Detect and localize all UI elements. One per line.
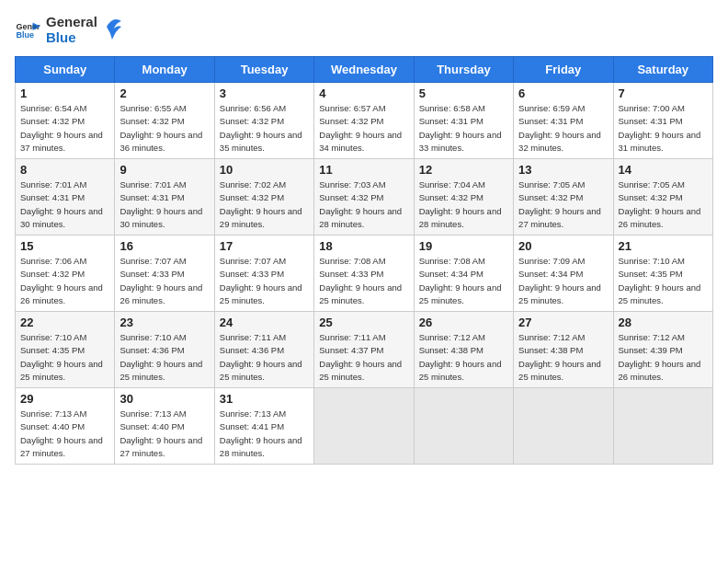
sunrise-label: Sunrise: 7:08 AM bbox=[419, 256, 485, 266]
day-number: 24 bbox=[220, 316, 309, 329]
daylight-label: Daylight: 9 hours and 26 minutes. bbox=[619, 206, 701, 229]
day-number: 8 bbox=[20, 163, 109, 177]
calendar-day-cell: 28 Sunrise: 7:12 AM Sunset: 4:39 PM Dayl… bbox=[613, 312, 712, 388]
sunrise-label: Sunrise: 7:12 AM bbox=[619, 332, 685, 342]
daylight-label: Daylight: 9 hours and 33 minutes. bbox=[419, 130, 502, 153]
calendar-day-cell: 3 Sunrise: 6:56 AM Sunset: 4:32 PM Dayli… bbox=[214, 83, 313, 159]
day-info: Sunrise: 7:13 AM Sunset: 4:41 PM Dayligh… bbox=[220, 408, 309, 460]
sunset-label: Sunset: 4:31 PM bbox=[119, 192, 184, 202]
day-info: Sunrise: 7:12 AM Sunset: 4:39 PM Dayligh… bbox=[619, 331, 708, 384]
sunset-label: Sunset: 4:31 PM bbox=[20, 192, 85, 202]
day-info: Sunrise: 7:04 AM Sunset: 4:32 PM Dayligh… bbox=[419, 178, 508, 231]
day-number: 16 bbox=[119, 239, 209, 253]
sunrise-label: Sunrise: 7:00 AM bbox=[619, 103, 685, 113]
daylight-label: Daylight: 9 hours and 27 minutes. bbox=[20, 435, 103, 458]
day-number: 10 bbox=[220, 163, 309, 177]
day-info: Sunrise: 7:08 AM Sunset: 4:33 PM Dayligh… bbox=[319, 255, 408, 307]
daylight-label: Daylight: 9 hours and 25 minutes. bbox=[619, 282, 701, 305]
day-info: Sunrise: 7:07 AM Sunset: 4:33 PM Dayligh… bbox=[119, 255, 209, 307]
day-number: 13 bbox=[518, 163, 608, 177]
calendar-day-cell: 31 Sunrise: 7:13 AM Sunset: 4:41 PM Dayl… bbox=[214, 388, 313, 465]
day-info: Sunrise: 7:13 AM Sunset: 4:40 PM Dayligh… bbox=[20, 408, 109, 460]
day-number: 21 bbox=[619, 239, 708, 253]
calendar-day-cell: 30 Sunrise: 7:13 AM Sunset: 4:40 PM Dayl… bbox=[115, 388, 214, 465]
daylight-label: Daylight: 9 hours and 26 minutes. bbox=[20, 282, 103, 305]
day-of-week-header: Monday bbox=[115, 57, 214, 83]
calendar-table: SundayMondayTuesdayWednesdayThursdayFrid… bbox=[15, 56, 713, 465]
header: General Blue General Blue bbox=[15, 15, 713, 45]
day-info: Sunrise: 7:06 AM Sunset: 4:32 PM Dayligh… bbox=[20, 255, 109, 307]
calendar-day-cell: 9 Sunrise: 7:01 AM Sunset: 4:31 PM Dayli… bbox=[115, 159, 214, 236]
calendar-day-cell bbox=[414, 388, 513, 465]
sunrise-label: Sunrise: 7:10 AM bbox=[20, 332, 86, 342]
daylight-label: Daylight: 9 hours and 28 minutes. bbox=[319, 206, 402, 229]
sunrise-label: Sunrise: 7:05 AM bbox=[619, 179, 685, 190]
day-info: Sunrise: 7:12 AM Sunset: 4:38 PM Dayligh… bbox=[518, 331, 608, 384]
day-number: 31 bbox=[220, 392, 309, 406]
day-number: 27 bbox=[518, 316, 608, 329]
daylight-label: Daylight: 9 hours and 25 minutes. bbox=[419, 282, 502, 305]
daylight-label: Daylight: 9 hours and 25 minutes. bbox=[518, 359, 601, 382]
calendar-day-cell: 4 Sunrise: 6:57 AM Sunset: 4:32 PM Dayli… bbox=[314, 83, 414, 159]
sunset-label: Sunset: 4:38 PM bbox=[518, 345, 583, 355]
calendar-day-cell: 8 Sunrise: 7:01 AM Sunset: 4:31 PM Dayli… bbox=[16, 159, 115, 236]
day-number: 19 bbox=[419, 239, 508, 253]
day-of-week-header: Friday bbox=[514, 57, 613, 83]
day-number: 7 bbox=[619, 86, 708, 100]
calendar-day-cell: 1 Sunrise: 6:54 AM Sunset: 4:32 PM Dayli… bbox=[16, 83, 115, 159]
sunset-label: Sunset: 4:38 PM bbox=[419, 345, 483, 355]
sunset-label: Sunset: 4:31 PM bbox=[419, 116, 483, 126]
daylight-label: Daylight: 9 hours and 28 minutes. bbox=[220, 435, 302, 458]
calendar-week-row: 8 Sunrise: 7:01 AM Sunset: 4:31 PM Dayli… bbox=[16, 159, 713, 236]
sunset-label: Sunset: 4:32 PM bbox=[518, 192, 583, 202]
calendar-day-cell: 22 Sunrise: 7:10 AM Sunset: 4:35 PM Dayl… bbox=[16, 312, 115, 388]
day-number: 3 bbox=[220, 86, 309, 100]
sunset-label: Sunset: 4:32 PM bbox=[119, 116, 184, 126]
sunrise-label: Sunrise: 6:55 AM bbox=[119, 103, 186, 113]
calendar-day-cell: 21 Sunrise: 7:10 AM Sunset: 4:35 PM Dayl… bbox=[613, 236, 712, 312]
calendar-day-cell: 27 Sunrise: 7:12 AM Sunset: 4:38 PM Dayl… bbox=[514, 312, 613, 388]
sunrise-label: Sunrise: 7:01 AM bbox=[20, 179, 86, 190]
day-number: 28 bbox=[619, 316, 708, 329]
sunrise-label: Sunrise: 7:13 AM bbox=[119, 408, 186, 419]
calendar-week-row: 22 Sunrise: 7:10 AM Sunset: 4:35 PM Dayl… bbox=[16, 312, 713, 388]
sunset-label: Sunset: 4:31 PM bbox=[518, 116, 583, 126]
sunrise-label: Sunrise: 7:04 AM bbox=[419, 179, 485, 190]
daylight-label: Daylight: 9 hours and 26 minutes. bbox=[119, 282, 202, 305]
sunrise-label: Sunrise: 6:57 AM bbox=[319, 103, 385, 113]
day-of-week-header: Saturday bbox=[613, 57, 712, 83]
daylight-label: Daylight: 9 hours and 27 minutes. bbox=[518, 206, 601, 229]
daylight-label: Daylight: 9 hours and 25 minutes. bbox=[220, 359, 302, 382]
sunset-label: Sunset: 4:32 PM bbox=[319, 116, 383, 126]
day-number: 17 bbox=[220, 239, 309, 253]
day-number: 6 bbox=[518, 86, 608, 100]
logo: General Blue General Blue bbox=[15, 15, 123, 45]
day-info: Sunrise: 6:56 AM Sunset: 4:32 PM Dayligh… bbox=[220, 102, 309, 155]
day-info: Sunrise: 6:54 AM Sunset: 4:32 PM Dayligh… bbox=[20, 102, 109, 155]
day-number: 1 bbox=[20, 86, 109, 100]
daylight-label: Daylight: 9 hours and 32 minutes. bbox=[518, 130, 601, 153]
day-info: Sunrise: 7:01 AM Sunset: 4:31 PM Dayligh… bbox=[20, 178, 109, 231]
day-number: 25 bbox=[319, 316, 408, 329]
calendar-day-cell: 2 Sunrise: 6:55 AM Sunset: 4:32 PM Dayli… bbox=[115, 83, 214, 159]
logo-general-text: General bbox=[46, 15, 97, 30]
logo-blue-text: Blue bbox=[46, 30, 97, 46]
sunrise-label: Sunrise: 7:03 AM bbox=[319, 179, 385, 190]
day-info: Sunrise: 6:59 AM Sunset: 4:31 PM Dayligh… bbox=[518, 102, 608, 155]
sunrise-label: Sunrise: 7:07 AM bbox=[119, 256, 186, 266]
sunset-label: Sunset: 4:40 PM bbox=[119, 421, 184, 431]
daylight-label: Daylight: 9 hours and 25 minutes. bbox=[419, 359, 502, 382]
day-number: 9 bbox=[119, 163, 209, 177]
day-number: 4 bbox=[319, 86, 408, 100]
calendar-day-cell: 19 Sunrise: 7:08 AM Sunset: 4:34 PM Dayl… bbox=[414, 236, 513, 312]
day-info: Sunrise: 7:10 AM Sunset: 4:36 PM Dayligh… bbox=[119, 331, 209, 384]
sunrise-label: Sunrise: 7:10 AM bbox=[119, 332, 186, 342]
calendar-day-cell: 26 Sunrise: 7:12 AM Sunset: 4:38 PM Dayl… bbox=[414, 312, 513, 388]
daylight-label: Daylight: 9 hours and 25 minutes. bbox=[20, 359, 103, 382]
logo-icon: General Blue bbox=[15, 17, 40, 43]
day-info: Sunrise: 7:05 AM Sunset: 4:32 PM Dayligh… bbox=[518, 178, 608, 231]
calendar-day-cell: 15 Sunrise: 7:06 AM Sunset: 4:32 PM Dayl… bbox=[16, 236, 115, 312]
daylight-label: Daylight: 9 hours and 35 minutes. bbox=[220, 130, 302, 153]
day-number: 14 bbox=[619, 163, 708, 177]
sunrise-label: Sunrise: 7:08 AM bbox=[319, 256, 385, 266]
